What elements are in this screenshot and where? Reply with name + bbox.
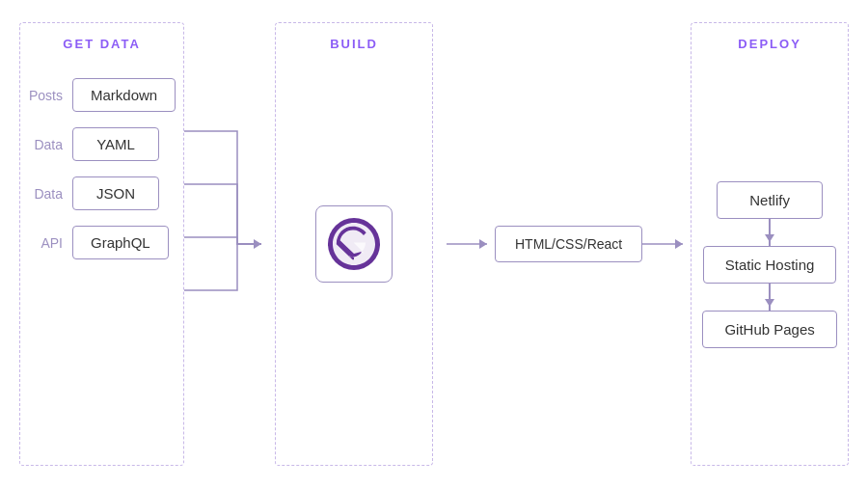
svg-marker-5 <box>675 239 683 249</box>
deploy-box-netlify: Netlify <box>717 181 823 219</box>
output-box: HTML/CSS/React <box>495 226 642 262</box>
label-posts: Posts <box>28 88 63 103</box>
deploy-box-github-pages: GitHub Pages <box>702 311 836 348</box>
deploy-column: DEPLOY Netlify Static Hosting GitHub Pag… <box>691 22 849 466</box>
source-items: Posts Markdown Data YAML Data JSON API G… <box>28 78 176 259</box>
box-yaml: YAML <box>72 127 159 161</box>
source-row-graphql: API GraphQL <box>28 226 176 259</box>
source-row-json: Data JSON <box>28 176 176 210</box>
label-data-yaml: Data <box>28 137 63 152</box>
svg-marker-0 <box>254 239 261 249</box>
box-markdown: Markdown <box>72 78 176 112</box>
box-json: JSON <box>72 176 159 210</box>
deploy-items: Netlify Static Hosting GitHub Pages <box>702 78 836 451</box>
diagram: GET DATA Posts Markdown Data YAML Data J… <box>19 22 849 466</box>
label-data-json: Data <box>28 186 63 202</box>
label-api: API <box>28 235 63 251</box>
source-row-posts: Posts Markdown <box>28 78 176 112</box>
svg-marker-3 <box>479 239 487 249</box>
build-header: BUILD <box>276 37 432 51</box>
deploy-box-static-hosting: Static Hosting <box>703 246 837 284</box>
gatsby-icon <box>327 217 381 271</box>
connector-static-github <box>769 284 771 311</box>
build-column: BUILD <box>275 22 433 466</box>
get-data-header: GET DATA <box>28 37 176 51</box>
output-to-deploy-svg <box>642 22 691 466</box>
source-row-yaml: Data YAML <box>28 127 176 161</box>
get-data-column: GET DATA Posts Markdown Data YAML Data J… <box>19 22 184 466</box>
gatsby-logo <box>315 205 393 283</box>
left-connectors-svg <box>184 22 261 466</box>
connector-netlify-static <box>769 219 771 246</box>
output-area: HTML/CSS/React <box>495 22 642 466</box>
box-graphql: GraphQL <box>72 226 169 259</box>
deploy-header: DEPLOY <box>699 37 840 51</box>
build-to-output-svg <box>447 22 495 466</box>
